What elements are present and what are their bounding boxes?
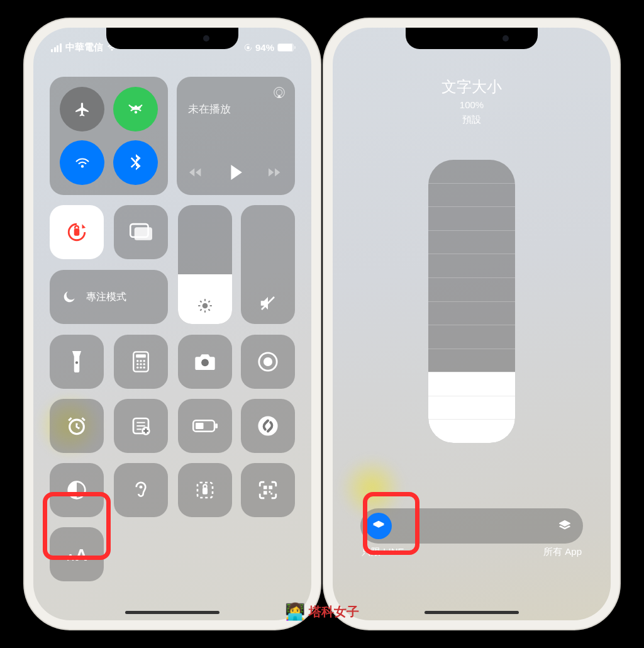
text-size-button[interactable]: AA [50, 527, 104, 581]
brightness-slider[interactable] [178, 205, 232, 324]
scope-all-apps-button[interactable] [552, 513, 578, 539]
svg-rect-48 [269, 486, 272, 489]
text-size-header: 文字大小 100% 預設 [333, 77, 611, 126]
text-size-title: 文字大小 [333, 77, 611, 97]
quick-note-button[interactable] [114, 399, 168, 453]
scope-all-label: 所有 App [543, 546, 582, 558]
notch [106, 28, 238, 49]
dark-mode-toggle[interactable] [50, 463, 104, 517]
svg-point-28 [140, 366, 142, 368]
sun-icon [197, 298, 213, 314]
svg-point-32 [264, 357, 272, 366]
home-indicator[interactable] [125, 611, 219, 614]
layers-single-icon [372, 519, 386, 533]
svg-point-18 [75, 361, 78, 364]
screen-left: 中華電信 94% [33, 28, 311, 620]
svg-point-22 [140, 360, 142, 362]
phone-frame-right: 文字大小 100% 預設 只限 LINE 所有 App [324, 19, 619, 629]
qr-scan-button[interactable] [241, 463, 295, 517]
volume-slider[interactable] [241, 205, 295, 324]
camera-button[interactable] [178, 335, 232, 389]
home-indicator[interactable] [425, 611, 519, 614]
svg-rect-5 [74, 228, 80, 235]
svg-rect-1 [247, 47, 250, 50]
bluetooth-toggle[interactable] [113, 140, 158, 185]
cellular-data-toggle[interactable] [113, 87, 158, 131]
watermark-text: 塔科女子 [309, 603, 359, 620]
svg-line-13 [200, 301, 201, 302]
svg-point-42 [258, 416, 277, 435]
svg-line-14 [208, 309, 209, 310]
text-size-default-label: 預設 [333, 114, 611, 126]
svg-rect-49 [264, 491, 267, 494]
svg-line-16 [208, 301, 209, 302]
prev-track-icon[interactable] [189, 167, 203, 178]
svg-line-15 [200, 309, 201, 310]
play-icon[interactable] [229, 165, 243, 180]
watermark-avatar-icon: 👩‍💻 [285, 602, 305, 622]
watermark: 👩‍💻 塔科女子 [285, 602, 359, 622]
carrier-label: 中華電信 [65, 42, 103, 53]
focus-mode-button[interactable]: 專注模式 [50, 270, 168, 324]
svg-point-29 [143, 366, 145, 368]
svg-rect-46 [203, 488, 208, 494]
scope-only-app-button[interactable] [365, 513, 392, 539]
svg-point-44 [140, 486, 143, 489]
svg-point-23 [143, 360, 145, 362]
signal-icon [51, 43, 62, 52]
wifi-toggle[interactable] [60, 140, 104, 185]
svg-point-24 [136, 363, 138, 365]
svg-rect-50 [269, 491, 270, 493]
screen-mirroring-button[interactable] [114, 205, 168, 259]
airplane-mode-toggle[interactable] [60, 87, 104, 131]
svg-point-26 [143, 363, 145, 365]
hearing-button[interactable] [114, 463, 168, 517]
svg-rect-41 [196, 423, 204, 429]
scope-only-label: 只限 LINE [362, 546, 404, 558]
control-center: 未在播放 專注模式 [50, 77, 295, 601]
layers-all-icon [558, 519, 572, 533]
text-size-percent: 100% [333, 99, 611, 110]
svg-point-30 [201, 359, 209, 366]
svg-point-25 [140, 363, 142, 365]
screen-right: 文字大小 100% 預設 只限 LINE 所有 App [333, 28, 611, 620]
rotation-lock-toggle[interactable] [50, 205, 104, 259]
battery-icon [277, 43, 294, 52]
media-controls[interactable]: 未在播放 [177, 77, 295, 195]
battery-percent: 94% [255, 42, 274, 53]
mute-icon [258, 294, 277, 313]
phone-frame-left: 中華電信 94% [25, 19, 320, 629]
svg-point-21 [136, 360, 138, 362]
flashlight-button[interactable] [50, 335, 104, 389]
calculator-button[interactable] [114, 335, 168, 389]
scope-toggle: 只限 LINE 所有 App [360, 508, 583, 564]
svg-point-8 [203, 303, 208, 309]
svg-rect-40 [215, 423, 218, 428]
low-power-mode-toggle[interactable] [178, 399, 232, 453]
connectivity-group[interactable] [50, 77, 168, 195]
text-size-slider[interactable] [428, 160, 515, 443]
svg-point-27 [136, 366, 138, 368]
notch [406, 28, 538, 49]
svg-text:A: A [67, 552, 74, 562]
svg-rect-51 [270, 493, 272, 494]
svg-text:A: A [75, 545, 87, 564]
focus-label: 專注模式 [86, 291, 126, 304]
media-title: 未在播放 [188, 102, 284, 116]
svg-point-4 [276, 89, 282, 95]
alarm-button[interactable] [50, 399, 104, 453]
svg-rect-20 [136, 354, 146, 357]
shazam-button[interactable] [241, 399, 295, 453]
screen-record-button[interactable] [241, 335, 295, 389]
svg-rect-7 [135, 227, 152, 240]
lock-rotation-status-icon [244, 43, 252, 52]
airplay-icon[interactable] [272, 86, 286, 99]
guided-access-button[interactable] [178, 463, 232, 517]
moon-icon [61, 289, 77, 305]
next-track-icon[interactable] [269, 167, 282, 178]
svg-rect-47 [264, 486, 267, 489]
scope-track[interactable] [360, 508, 583, 544]
